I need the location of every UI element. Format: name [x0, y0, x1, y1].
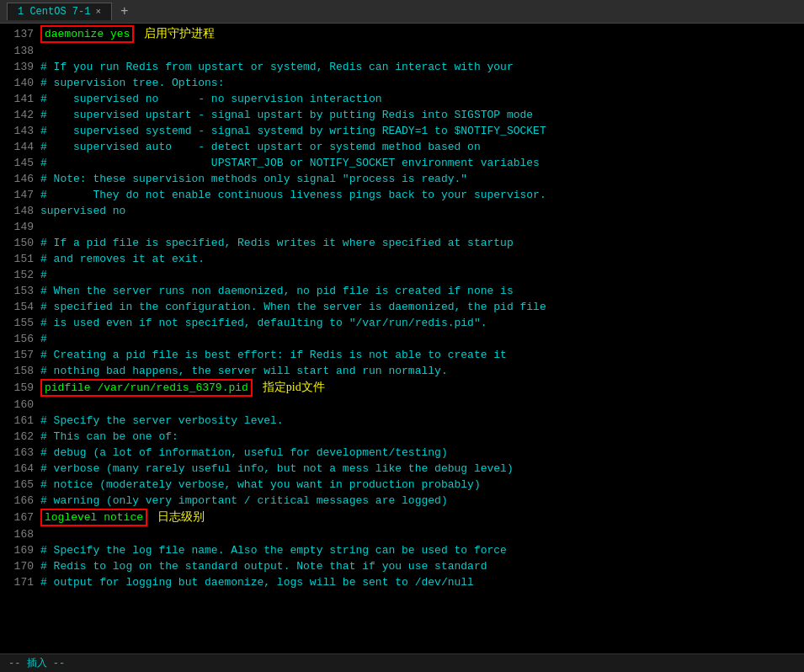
- comment-line: # supervised systemd - signal systemd by…: [40, 123, 546, 139]
- editor-line: 149: [0, 219, 804, 235]
- editor-line: 168: [0, 526, 804, 542]
- line-number: 149: [3, 219, 34, 235]
- editor-line: 142# supervised upstart - signal upstart…: [0, 107, 804, 123]
- tab-label: 1 CentOS 7-1: [18, 6, 90, 18]
- comment-line: #: [40, 267, 47, 283]
- line-number: 167: [3, 509, 34, 525]
- editor-line: 154# specified in the configuration. Whe…: [0, 299, 804, 315]
- editor-line: 157# Creating a pid file is best effort:…: [0, 347, 804, 363]
- line-number: 163: [3, 445, 34, 461]
- comment-line: # verbose (many rarely useful info, but …: [40, 461, 514, 477]
- editor-line: 164# verbose (many rarely useful info, b…: [0, 461, 804, 477]
- line-number: 145: [3, 155, 34, 171]
- comment-line: # Note: these supervision methods only s…: [40, 171, 467, 187]
- comment-line: # and removes it at exit.: [40, 251, 205, 267]
- line-number: 150: [3, 235, 34, 251]
- editor-line: 169# Specify the log file name. Also the…: [0, 542, 804, 558]
- line-number: 152: [3, 267, 34, 283]
- comment-line: # Specify the server verbosity level.: [40, 413, 284, 429]
- terminal-tab[interactable]: 1 CentOS 7-1 ×: [7, 3, 112, 20]
- comment-line: # They do not enable continuous liveness…: [40, 187, 546, 203]
- comment-line: # If a pid file is specified, Redis writ…: [40, 235, 514, 251]
- highlighted-command: pidfile /var/run/redis_6379.pid: [40, 379, 253, 397]
- mode-indicator: -- 插入 --: [8, 656, 65, 670]
- editor-line: 139# If you run Redis from upstart or sy…: [0, 59, 804, 75]
- code-line: supervised no: [40, 203, 125, 219]
- line-number: 170: [3, 558, 34, 574]
- comment-line: # supervised no - no supervision interac…: [40, 91, 382, 107]
- editor-line: 151# and removes it at exit.: [0, 251, 804, 267]
- line-number: 147: [3, 187, 34, 203]
- line-number: 142: [3, 107, 34, 123]
- comment-line: # warning (only very important / critica…: [40, 493, 448, 509]
- comment-line: # is used even if not specified, default…: [40, 315, 487, 331]
- comment-line: # supervised upstart - signal upstart by…: [40, 107, 533, 123]
- editor-line: 167loglevel notice日志级别: [0, 509, 804, 526]
- editor-line: 160: [0, 397, 804, 413]
- comment-line: # supervision tree. Options:: [40, 75, 224, 91]
- line-number: 154: [3, 299, 34, 315]
- comment-line: # nothing bad happens, the server will s…: [40, 363, 448, 379]
- line-number: 166: [3, 493, 34, 509]
- line-number: 160: [3, 397, 34, 413]
- comment-line: # output for logging but daemonize, logs…: [40, 574, 474, 590]
- editor-line: 161# Specify the server verbosity level.: [0, 413, 804, 429]
- line-number: 159: [3, 380, 34, 396]
- line-number: 155: [3, 315, 34, 331]
- editor-line: 162# This can be one of:: [0, 429, 804, 445]
- line-number: 162: [3, 429, 34, 445]
- line-number: 140: [3, 75, 34, 91]
- line-number: 151: [3, 251, 34, 267]
- line-number: 164: [3, 461, 34, 477]
- editor-line: 152#: [0, 267, 804, 283]
- line-number: 137: [3, 26, 34, 42]
- editor-line: 158# nothing bad happens, the server wil…: [0, 363, 804, 379]
- line-number: 146: [3, 171, 34, 187]
- editor-line: 159pidfile /var/run/redis_6379.pid指定pid文…: [0, 379, 804, 397]
- comment-line: #: [40, 331, 47, 347]
- editor-line: 153# When the server runs non daemonized…: [0, 283, 804, 299]
- highlighted-command: daemonize yes: [40, 25, 134, 43]
- line-number: 165: [3, 477, 34, 493]
- comment-line: # This can be one of:: [40, 429, 178, 445]
- comment-line: # Creating a pid file is best effort: if…: [40, 347, 507, 363]
- comment-line: # Specify the log file name. Also the em…: [40, 542, 507, 558]
- editor-line: 147# They do not enable continuous liven…: [0, 187, 804, 203]
- comment-line: # supervised auto - detect upstart or sy…: [40, 139, 481, 155]
- comment-line: # UPSTART_JOB or NOTIFY_SOCKET environme…: [40, 155, 540, 171]
- line-number: 138: [3, 43, 34, 59]
- editor-line: 166# warning (only very important / crit…: [0, 493, 804, 509]
- editor-line: 150# If a pid file is specified, Redis w…: [0, 235, 804, 251]
- editor-line: 163# debug (a lot of information, useful…: [0, 445, 804, 461]
- comment-line: # If you run Redis from upstart or syste…: [40, 59, 514, 75]
- editor-line: 165# notice (moderately verbose, what yo…: [0, 477, 804, 493]
- comment-line: # When the server runs non daemonized, n…: [40, 283, 514, 299]
- line-number: 157: [3, 347, 34, 363]
- editor-line: 148supervised no: [0, 203, 804, 219]
- comment-line: # notice (moderately verbose, what you w…: [40, 477, 481, 493]
- comment-line: # specified in the configuration. When t…: [40, 299, 546, 315]
- annotation-text: 日志级别: [157, 509, 205, 525]
- line-number: 171: [3, 574, 34, 590]
- editor-line: 145# UPSTART_JOB or NOTIFY_SOCKET enviro…: [0, 155, 804, 171]
- tab-close-button[interactable]: ×: [95, 7, 101, 17]
- editor-line: 138: [0, 43, 804, 59]
- annotation-text: 启用守护进程: [144, 25, 215, 41]
- line-number: 144: [3, 139, 34, 155]
- line-number: 141: [3, 91, 34, 107]
- editor-line: 171# output for logging but daemonize, l…: [0, 574, 804, 590]
- editor-line: 146# Note: these supervision methods onl…: [0, 171, 804, 187]
- highlighted-command: loglevel notice: [40, 509, 147, 526]
- line-number: 169: [3, 542, 34, 558]
- editor-line: 143# supervised systemd - signal systemd…: [0, 123, 804, 139]
- editor-line: 141# supervised no - no supervision inte…: [0, 91, 804, 107]
- line-number: 139: [3, 59, 34, 75]
- line-number: 143: [3, 123, 34, 139]
- editor-area: 137daemonize yes启用守护进程138139# If you run…: [0, 24, 804, 653]
- editor-line: 140# supervision tree. Options:: [0, 75, 804, 91]
- line-number: 161: [3, 413, 34, 429]
- editor-line: 144# supervised auto - detect upstart or…: [0, 139, 804, 155]
- title-bar: 1 CentOS 7-1 × +: [0, 0, 804, 24]
- editor-line: 156#: [0, 331, 804, 347]
- tab-add-button[interactable]: +: [117, 4, 132, 19]
